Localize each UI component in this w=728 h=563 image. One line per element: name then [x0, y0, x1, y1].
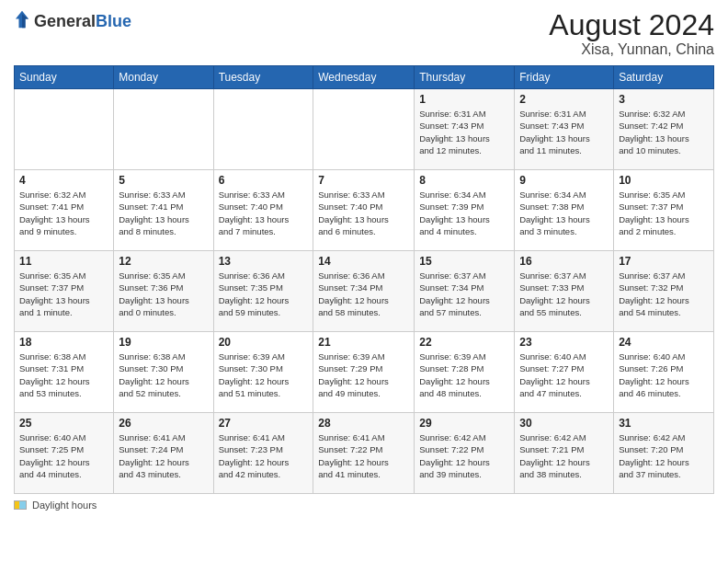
logo-icon	[14, 9, 30, 29]
header: GeneralBlue August 2024 Xisa, Yunnan, Ch…	[14, 9, 714, 58]
day-info: Sunrise: 6:41 AMSunset: 7:24 PMDaylight:…	[119, 431, 208, 480]
day-number: 28	[318, 417, 409, 430]
day-number: 30	[519, 417, 609, 430]
day-number: 7	[318, 174, 409, 187]
title-block: August 2024 Xisa, Yunnan, China	[549, 9, 714, 58]
day-info: Sunrise: 6:38 AMSunset: 7:31 PMDaylight:…	[19, 350, 108, 399]
calendar-day-cell: 9Sunrise: 6:34 AMSunset: 7:38 PMDaylight…	[515, 170, 614, 251]
calendar-day-cell: 2Sunrise: 6:31 AMSunset: 7:43 PMDaylight…	[515, 89, 614, 170]
day-number: 10	[619, 174, 709, 187]
calendar-day-header: Wednesday	[313, 66, 415, 89]
day-number: 11	[19, 255, 108, 268]
calendar-day-header: Thursday	[415, 66, 515, 89]
day-info: Sunrise: 6:37 AMSunset: 7:34 PMDaylight:…	[419, 270, 509, 318]
day-number: 13	[219, 255, 309, 268]
day-number: 31	[619, 417, 709, 430]
day-number: 24	[619, 336, 709, 349]
day-number: 9	[519, 174, 609, 187]
day-number: 14	[318, 255, 409, 268]
day-info: Sunrise: 6:32 AMSunset: 7:42 PMDaylight:…	[619, 108, 709, 156]
calendar-week-row: 11Sunrise: 6:35 AMSunset: 7:37 PMDayligh…	[15, 251, 714, 332]
day-info: Sunrise: 6:39 AMSunset: 7:30 PMDaylight:…	[219, 350, 309, 399]
location-subtitle: Xisa, Yunnan, China	[549, 41, 714, 58]
day-info: Sunrise: 6:39 AMSunset: 7:28 PMDaylight:…	[419, 350, 509, 399]
day-info: Sunrise: 6:41 AMSunset: 7:23 PMDaylight:…	[219, 431, 309, 480]
day-info: Sunrise: 6:42 AMSunset: 7:22 PMDaylight:…	[419, 431, 509, 480]
calendar-day-header: Friday	[515, 66, 614, 89]
calendar-day-cell: 14Sunrise: 6:36 AMSunset: 7:34 PMDayligh…	[313, 251, 415, 332]
day-info: Sunrise: 6:32 AMSunset: 7:41 PMDaylight:…	[19, 189, 108, 237]
calendar-day-cell	[213, 89, 313, 170]
calendar-day-cell: 28Sunrise: 6:41 AMSunset: 7:22 PMDayligh…	[313, 413, 415, 494]
day-number: 17	[619, 255, 709, 268]
calendar-day-cell: 5Sunrise: 6:33 AMSunset: 7:41 PMDaylight…	[114, 170, 213, 251]
calendar-table: SundayMondayTuesdayWednesdayThursdayFrid…	[14, 65, 714, 494]
calendar-day-cell: 21Sunrise: 6:39 AMSunset: 7:29 PMDayligh…	[313, 332, 415, 413]
day-info: Sunrise: 6:39 AMSunset: 7:29 PMDaylight:…	[318, 350, 409, 399]
calendar-day-header: Sunday	[15, 66, 114, 89]
calendar-day-cell: 11Sunrise: 6:35 AMSunset: 7:37 PMDayligh…	[15, 251, 114, 332]
calendar-day-cell	[313, 89, 415, 170]
day-info: Sunrise: 6:42 AMSunset: 7:20 PMDaylight:…	[619, 431, 709, 480]
calendar-day-cell	[15, 89, 114, 170]
day-info: Sunrise: 6:42 AMSunset: 7:21 PMDaylight:…	[519, 431, 609, 480]
day-number: 12	[119, 255, 208, 268]
day-info: Sunrise: 6:36 AMSunset: 7:35 PMDaylight:…	[219, 270, 309, 318]
calendar-day-cell: 3Sunrise: 6:32 AMSunset: 7:42 PMDaylight…	[614, 89, 714, 170]
day-info: Sunrise: 6:33 AMSunset: 7:40 PMDaylight:…	[318, 189, 409, 237]
calendar-day-header: Monday	[114, 66, 213, 89]
calendar-day-cell: 7Sunrise: 6:33 AMSunset: 7:40 PMDaylight…	[313, 170, 415, 251]
day-number: 21	[318, 336, 409, 349]
day-info: Sunrise: 6:35 AMSunset: 7:37 PMDaylight:…	[619, 189, 709, 237]
logo-blue-text: Blue	[96, 12, 131, 30]
calendar-day-cell: 23Sunrise: 6:40 AMSunset: 7:27 PMDayligh…	[515, 332, 614, 413]
day-info: Sunrise: 6:33 AMSunset: 7:40 PMDaylight:…	[219, 189, 309, 237]
day-number: 8	[419, 174, 509, 187]
day-number: 2	[519, 93, 609, 106]
day-info: Sunrise: 6:35 AMSunset: 7:37 PMDaylight:…	[19, 270, 108, 318]
page: GeneralBlue August 2024 Xisa, Yunnan, Ch…	[0, 0, 728, 563]
calendar-day-cell: 24Sunrise: 6:40 AMSunset: 7:26 PMDayligh…	[614, 332, 714, 413]
calendar-day-cell: 8Sunrise: 6:34 AMSunset: 7:39 PMDaylight…	[415, 170, 515, 251]
month-year-title: August 2024	[549, 9, 714, 41]
day-number: 15	[419, 255, 509, 268]
calendar-day-header: Saturday	[614, 66, 714, 89]
calendar-day-cell: 15Sunrise: 6:37 AMSunset: 7:34 PMDayligh…	[415, 251, 515, 332]
calendar-day-cell: 31Sunrise: 6:42 AMSunset: 7:20 PMDayligh…	[614, 413, 714, 494]
logo-general-text: General	[34, 12, 96, 30]
calendar-week-row: 25Sunrise: 6:40 AMSunset: 7:25 PMDayligh…	[15, 413, 714, 494]
day-number: 6	[219, 174, 309, 187]
calendar-day-cell: 17Sunrise: 6:37 AMSunset: 7:32 PMDayligh…	[614, 251, 714, 332]
logo: GeneralBlue	[14, 9, 131, 33]
day-number: 26	[119, 417, 208, 430]
calendar-day-cell: 16Sunrise: 6:37 AMSunset: 7:33 PMDayligh…	[515, 251, 614, 332]
day-number: 22	[419, 336, 509, 349]
day-info: Sunrise: 6:31 AMSunset: 7:43 PMDaylight:…	[519, 108, 609, 156]
calendar-day-header: Tuesday	[213, 66, 313, 89]
day-info: Sunrise: 6:31 AMSunset: 7:43 PMDaylight:…	[419, 108, 509, 156]
day-info: Sunrise: 6:38 AMSunset: 7:30 PMDaylight:…	[119, 350, 208, 399]
calendar-day-cell: 20Sunrise: 6:39 AMSunset: 7:30 PMDayligh…	[213, 332, 313, 413]
calendar-day-cell	[114, 89, 213, 170]
calendar-day-cell: 26Sunrise: 6:41 AMSunset: 7:24 PMDayligh…	[114, 413, 213, 494]
calendar-week-row: 18Sunrise: 6:38 AMSunset: 7:31 PMDayligh…	[15, 332, 714, 413]
calendar-day-cell: 1Sunrise: 6:31 AMSunset: 7:43 PMDaylight…	[415, 89, 515, 170]
day-info: Sunrise: 6:37 AMSunset: 7:32 PMDaylight:…	[619, 270, 709, 318]
calendar-day-cell: 12Sunrise: 6:35 AMSunset: 7:36 PMDayligh…	[114, 251, 213, 332]
calendar-day-cell: 4Sunrise: 6:32 AMSunset: 7:41 PMDaylight…	[15, 170, 114, 251]
day-number: 16	[519, 255, 609, 268]
day-info: Sunrise: 6:37 AMSunset: 7:33 PMDaylight:…	[519, 270, 609, 318]
calendar-day-cell: 18Sunrise: 6:38 AMSunset: 7:31 PMDayligh…	[15, 332, 114, 413]
day-number: 5	[119, 174, 208, 187]
day-number: 25	[19, 417, 108, 430]
day-info: Sunrise: 6:40 AMSunset: 7:26 PMDaylight:…	[619, 350, 709, 399]
day-info: Sunrise: 6:35 AMSunset: 7:36 PMDaylight:…	[119, 270, 208, 318]
calendar-header-row: SundayMondayTuesdayWednesdayThursdayFrid…	[15, 66, 714, 89]
day-number: 23	[519, 336, 609, 349]
day-info: Sunrise: 6:36 AMSunset: 7:34 PMDaylight:…	[318, 270, 409, 318]
day-info: Sunrise: 6:40 AMSunset: 7:27 PMDaylight:…	[519, 350, 609, 399]
calendar-day-cell: 25Sunrise: 6:40 AMSunset: 7:25 PMDayligh…	[15, 413, 114, 494]
day-number: 19	[119, 336, 208, 349]
day-info: Sunrise: 6:41 AMSunset: 7:22 PMDaylight:…	[318, 431, 409, 480]
day-number: 3	[619, 93, 709, 106]
